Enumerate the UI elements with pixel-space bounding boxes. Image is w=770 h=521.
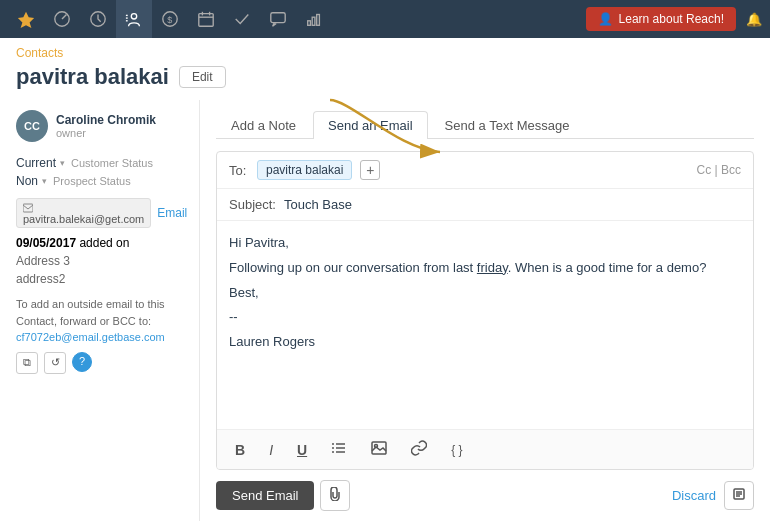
body-dash: --	[229, 307, 741, 328]
body-paragraph: Following up on our conversation from la…	[229, 258, 741, 279]
reach-btn-label: Learn about Reach!	[619, 12, 724, 26]
prospect-status-row: Non ▾ Prospect Status	[16, 174, 183, 188]
learn-reach-button[interactable]: 👤 Learn about Reach!	[586, 7, 736, 31]
svg-marker-0	[18, 12, 34, 28]
body-signature: Lauren Rogers	[229, 332, 741, 353]
info-icon[interactable]: ?	[72, 352, 92, 372]
breadcrumb[interactable]: Contacts	[0, 38, 770, 62]
to-recipient[interactable]: pavitra balakai	[257, 160, 352, 180]
tab-send-email[interactable]: Send an Email	[313, 111, 428, 139]
svg-text:$: $	[167, 15, 172, 25]
compose-area: To: pavitra balakai + Cc | Bcc Subject: …	[216, 151, 754, 470]
customer-status-label: Customer Status	[71, 157, 153, 169]
svg-rect-9	[199, 14, 213, 27]
cc-bcc-toggle[interactable]: Cc | Bcc	[697, 163, 741, 177]
email-icon	[23, 203, 33, 213]
tabs: Add a Note Send an Email Send a Text Mes…	[216, 110, 754, 139]
italic-button[interactable]: I	[265, 440, 277, 460]
page: Contacts pavitra balakai Edit CC Carolin…	[0, 38, 770, 521]
owner-name: Caroline Chromik	[56, 113, 156, 127]
contact-name: pavitra balakai	[16, 64, 169, 90]
bold-button[interactable]: B	[231, 440, 249, 460]
formatting-toolbar: B I U { }	[217, 429, 753, 469]
svg-point-24	[332, 451, 334, 453]
chat-icon[interactable]	[260, 0, 296, 38]
link-button[interactable]	[407, 438, 431, 461]
subject-label: Subject:	[229, 197, 276, 212]
refresh-icon[interactable]: ↺	[44, 352, 66, 374]
address1: Address 3	[16, 254, 183, 268]
copy-icon[interactable]: ⧉	[16, 352, 38, 374]
tab-add-note[interactable]: Add a Note	[216, 111, 311, 139]
address2: address2	[16, 272, 183, 286]
date-label: added on	[79, 236, 129, 250]
fwd-icons: ⧉ ↺ ?	[16, 352, 183, 374]
contacts-icon[interactable]	[116, 0, 152, 38]
underline-friday: friday	[477, 260, 508, 275]
subject-row: Subject: Touch Base	[217, 189, 753, 221]
owner-row: CC Caroline Chromik owner	[16, 110, 183, 142]
code-button[interactable]: { }	[447, 441, 466, 459]
reach-icon: 👤	[598, 12, 613, 26]
svg-rect-18	[23, 204, 33, 212]
action-row: Send Email Discard	[216, 470, 754, 511]
email-body[interactable]: Hi Pavitra, Following up on our conversa…	[217, 221, 753, 429]
email-row: pavitra.balekai@get.com Email	[16, 198, 183, 228]
tab-send-text[interactable]: Send a Text Message	[430, 111, 585, 139]
prospect-status-label: Prospect Status	[53, 175, 131, 187]
customer-status-dropdown[interactable]: ▾	[60, 158, 65, 168]
subject-value[interactable]: Touch Base	[284, 197, 352, 212]
contact-header: pavitra balakai Edit	[0, 62, 770, 100]
dashboard-icon[interactable]	[44, 0, 80, 38]
avatar: CC	[16, 110, 48, 142]
edit-button[interactable]: Edit	[179, 66, 226, 88]
calendar-icon[interactable]	[188, 0, 224, 38]
clock-icon[interactable]	[80, 0, 116, 38]
svg-rect-14	[308, 21, 311, 26]
date-row: 09/05/2017 added on	[16, 236, 183, 250]
dollar-icon[interactable]: $	[152, 0, 188, 38]
attach-button[interactable]	[320, 480, 350, 511]
to-label: To:	[229, 163, 249, 178]
forward-info: To add an outside email to this Contact,…	[16, 296, 183, 374]
prospect-status-dropdown[interactable]: ▾	[42, 176, 47, 186]
right-panel: Add a Note Send an Email Send a Text Mes…	[200, 100, 770, 521]
customer-status-row: Current ▾ Customer Status	[16, 156, 183, 170]
svg-point-3	[131, 14, 136, 19]
chart-icon[interactable]	[296, 0, 332, 38]
customer-status-value: Current	[16, 156, 56, 170]
email-link[interactable]: Email	[157, 206, 187, 220]
bell-icon[interactable]: 🔔	[746, 12, 762, 27]
logo-icon[interactable]	[8, 0, 44, 38]
to-row: To: pavitra balakai + Cc | Bcc	[217, 152, 753, 189]
body-greeting: Hi Pavitra,	[229, 233, 741, 254]
underline-button[interactable]: U	[293, 440, 311, 460]
sidebar: CC Caroline Chromik owner Current ▾ Cust…	[0, 100, 200, 521]
main-content: CC Caroline Chromik owner Current ▾ Cust…	[0, 100, 770, 521]
svg-point-23	[332, 447, 334, 449]
svg-rect-15	[312, 17, 315, 25]
top-nav: $ 👤 Learn about Reach! 🔔	[0, 0, 770, 38]
fwd-email[interactable]: cf7072eb@email.getbase.com	[16, 331, 165, 343]
svg-point-22	[332, 443, 334, 445]
owner-label: owner	[56, 127, 156, 139]
discard-button[interactable]: Discard	[672, 488, 716, 503]
svg-rect-13	[271, 13, 285, 23]
template-button[interactable]	[724, 481, 754, 510]
add-recipient-button[interactable]: +	[360, 160, 380, 180]
svg-rect-16	[317, 15, 320, 26]
send-email-button[interactable]: Send Email	[216, 481, 314, 510]
check-icon[interactable]	[224, 0, 260, 38]
list-button[interactable]	[327, 438, 351, 461]
prospect-status-value: Non	[16, 174, 38, 188]
email-address: pavitra.balekai@get.com	[16, 198, 151, 228]
date-value: 09/05/2017	[16, 236, 76, 250]
owner-info: Caroline Chromik owner	[56, 113, 156, 139]
image-button[interactable]	[367, 439, 391, 460]
body-closing: Best,	[229, 283, 741, 304]
